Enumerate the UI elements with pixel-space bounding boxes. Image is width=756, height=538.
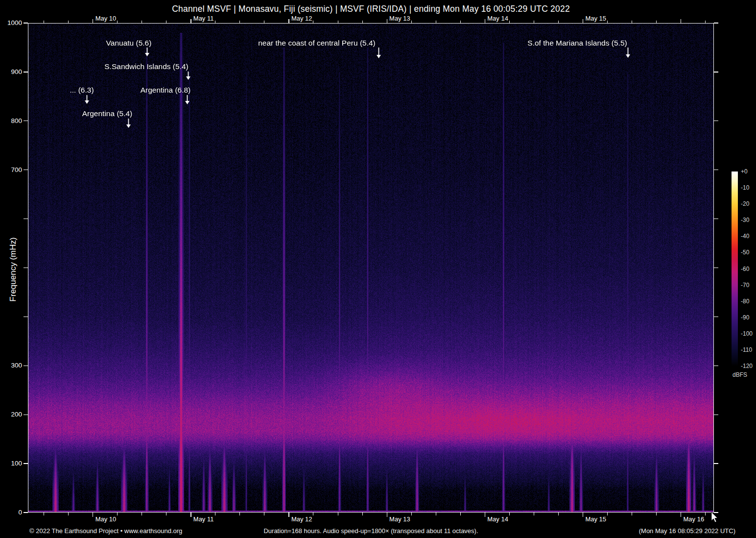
colorbar-tick-label: -10 (741, 184, 749, 191)
x-tick-minor-bottom (313, 513, 313, 515)
colorbar-tick-label: -80 (741, 298, 749, 305)
x-tick-minor-bottom (338, 513, 338, 515)
x-tick-label-bottom: May 14 (487, 515, 508, 523)
colorbar-tick-label: -20 (741, 200, 749, 207)
x-tick-minor-top (632, 21, 632, 23)
x-tick-minor-bottom (215, 513, 215, 515)
x-tick-label-top: May 14 (487, 15, 508, 22)
x-tick-major-bottom (288, 513, 289, 517)
y-tick-right (714, 366, 718, 366)
x-tick-minor-top (166, 21, 166, 23)
colorbar-tick-label: -40 (741, 233, 749, 240)
event-annotation-label: ... (6.3) (70, 86, 94, 95)
x-tick-minor-bottom (460, 513, 461, 515)
colorbar-tick-label: -30 (741, 217, 749, 223)
y-tick-label: 0 (0, 509, 22, 516)
x-tick-minor-bottom (117, 513, 118, 515)
x-tick-minor-top (534, 21, 534, 23)
y-tick-right (714, 23, 718, 23)
x-tick-minor-top (607, 21, 608, 23)
y-tick-right (714, 463, 718, 464)
y-tick-left (24, 366, 28, 366)
x-tick-minor-bottom (534, 513, 534, 515)
y-tick-label: 700 (0, 166, 22, 173)
y-tick-label: 800 (0, 117, 22, 124)
x-tick-minor-bottom (705, 513, 706, 515)
colorbar-tick-label: -100 (741, 330, 753, 337)
y-tick-label: 100 (0, 460, 22, 467)
event-annotation-arrow-icon (184, 95, 190, 104)
event-annotation-arrow-icon (144, 48, 150, 56)
x-tick-minor-bottom (632, 513, 632, 515)
colorbar-tick-label: -120 (741, 363, 753, 369)
event-annotation-arrow-icon (185, 72, 191, 80)
x-tick-major-top (190, 19, 191, 23)
x-tick-minor-top (142, 21, 142, 23)
event-annotation-label: Argentina (5.4) (82, 109, 133, 118)
x-tick-major-bottom (681, 513, 681, 517)
y-tick-right (714, 170, 718, 170)
x-tick-major-top (93, 19, 93, 23)
y-tick-left (24, 219, 28, 219)
y-tick-label: 1000 (0, 19, 22, 26)
y-tick-left (24, 415, 28, 415)
x-tick-minor-bottom (558, 513, 559, 515)
x-tick-label-bottom: May 11 (193, 515, 214, 523)
x-tick-minor-bottom (436, 513, 436, 515)
x-tick-major-top (485, 19, 485, 23)
y-tick-label: 900 (0, 68, 22, 75)
y-tick-left (24, 463, 28, 464)
x-tick-label-bottom: May 12 (291, 515, 312, 523)
y-tick-left (24, 268, 28, 268)
colorbar-tick-label: -60 (741, 266, 749, 272)
x-tick-minor-top (239, 21, 240, 23)
x-tick-minor-bottom (44, 513, 44, 515)
y-tick-right (714, 219, 718, 219)
event-annotation-arrow-icon (625, 48, 631, 58)
x-tick-minor-top (558, 21, 559, 23)
page-title: Channel MSVF | Monasavu, Fiji (seismic) … (28, 4, 714, 14)
x-tick-minor-top (215, 21, 215, 23)
x-tick-label-top: May 13 (389, 15, 410, 22)
event-annotation-label: Vanuatu (5.6) (106, 39, 152, 48)
y-tick-label: 200 (0, 411, 22, 418)
mouse-cursor-icon (711, 512, 719, 523)
event-annotation-arrow-icon (84, 95, 90, 104)
x-tick-major-top (288, 19, 289, 23)
y-tick-right (714, 415, 718, 415)
x-tick-minor-bottom (68, 513, 69, 515)
x-tick-minor-bottom (142, 513, 142, 515)
x-tick-label-bottom: May 13 (389, 515, 410, 523)
x-tick-minor-bottom (166, 513, 166, 515)
event-annotation-label: near the coast of central Peru (5.4) (258, 39, 376, 48)
y-tick-right (714, 317, 718, 317)
y-tick-left (24, 121, 28, 121)
x-tick-major-bottom (190, 513, 191, 517)
x-tick-minor-top (338, 21, 338, 23)
y-tick-left (24, 72, 28, 72)
x-tick-minor-top (44, 21, 44, 23)
y-tick-right (714, 72, 718, 72)
x-tick-minor-bottom (411, 513, 412, 515)
x-tick-minor-top (117, 21, 118, 23)
y-tick-left (24, 317, 28, 317)
colorbar-tick-label: -50 (741, 249, 749, 256)
x-tick-minor-top (68, 21, 69, 23)
x-tick-minor-top (656, 21, 657, 23)
x-tick-minor-top (509, 21, 510, 23)
event-annotation-arrow-icon (125, 119, 132, 128)
x-tick-major-top (387, 19, 387, 23)
footer-render-timestamp: (Mon May 16 08:05:29 2022 UTC) (540, 527, 735, 535)
x-tick-minor-bottom (264, 513, 264, 515)
x-tick-label-bottom: May 15 (585, 515, 606, 523)
x-tick-label-top: May 10 (95, 15, 117, 22)
x-tick-minor-top (362, 21, 363, 23)
x-tick-minor-bottom (509, 513, 510, 515)
x-tick-major-bottom (583, 513, 583, 517)
x-tick-major-top (583, 19, 583, 23)
x-tick-minor-bottom (656, 513, 657, 515)
x-tick-minor-top (705, 21, 706, 23)
colorbar-tick-label: +0 (741, 168, 748, 175)
x-tick-major-bottom (485, 513, 485, 517)
y-tick-left (24, 512, 28, 513)
